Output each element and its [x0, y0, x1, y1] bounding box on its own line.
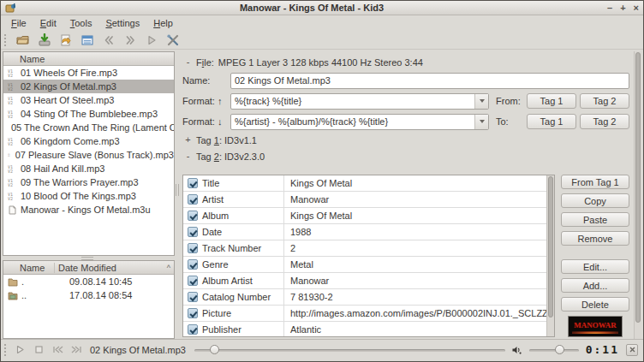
- settings-button[interactable]: [165, 33, 181, 48]
- table-row[interactable]: Date 1988: [183, 224, 554, 240]
- frame-value[interactable]: Metal: [284, 259, 554, 270]
- seek-slider-track[interactable]: [194, 349, 505, 352]
- menu-settings[interactable]: Settings: [98, 16, 146, 30]
- format-to-combobox[interactable]: %{artist} - %{album}/%{track} %{title}: [230, 114, 489, 130]
- seek-slider[interactable]: [194, 344, 505, 356]
- table-row[interactable]: Artist Manowar: [183, 192, 554, 208]
- table-row[interactable]: Catalog Number 7 81930-2: [183, 289, 554, 306]
- frame-checkbox[interactable]: [188, 211, 198, 221]
- close-button[interactable]: ×: [634, 3, 639, 14]
- chevron-down-icon[interactable]: [474, 94, 488, 109]
- create-playlist-button[interactable]: [80, 33, 95, 48]
- menu-file[interactable]: File: [4, 16, 33, 30]
- frame-value[interactable]: Atlantic: [284, 324, 554, 335]
- playlist-item[interactable]: Manowar - Kings Of Metal.m3u: [3, 203, 174, 217]
- filename-input[interactable]: [230, 73, 629, 89]
- toolbar-drag-handle[interactable]: [4, 34, 8, 46]
- file-item[interactable]: V1V2 06 Kingdom Come.mp3: [3, 134, 174, 148]
- dir-row[interactable]: .. 17.08.14 08:54: [3, 288, 174, 302]
- copy-button[interactable]: Copy: [561, 193, 629, 208]
- player-stop-button[interactable]: [32, 343, 45, 357]
- frame-checkbox[interactable]: [188, 308, 198, 318]
- remove-button[interactable]: Remove: [561, 231, 629, 246]
- frame-checkbox[interactable]: [188, 194, 198, 205]
- dir-header-date[interactable]: Date Modified ^: [55, 263, 174, 273]
- edit-button[interactable]: Edit...: [561, 259, 629, 274]
- right-panel-scrollbar[interactable]: [634, 51, 641, 339]
- table-row[interactable]: Track Number 2: [183, 240, 554, 257]
- table-row[interactable]: Album Artist Manowar: [183, 273, 554, 289]
- tag1-expander[interactable]: +: [184, 136, 192, 144]
- frame-value[interactable]: Manowar: [284, 194, 554, 205]
- paste-button[interactable]: Paste: [561, 212, 629, 227]
- file-item[interactable]: V1V2 01 Wheels Of Fire.mp3: [3, 66, 174, 80]
- file-item[interactable]: V1V2 09 The Warriors Prayer.mp3: [3, 175, 174, 189]
- open-folder-button[interactable]: [15, 33, 31, 48]
- volume-slider[interactable]: [529, 344, 579, 356]
- table-row[interactable]: Genre Metal: [183, 257, 554, 273]
- menu-tools[interactable]: Tools: [63, 16, 99, 30]
- format-from-combobox[interactable]: %{track} %{title}: [230, 93, 489, 110]
- volume-slider-track[interactable]: [529, 349, 579, 352]
- frame-value[interactable]: Kings Of Metal: [284, 178, 554, 188]
- frame-value[interactable]: Manowar: [284, 276, 554, 286]
- frame-value[interactable]: 2: [284, 243, 554, 253]
- file-item-selected[interactable]: V1V2 02 Kings Of Metal.mp3: [3, 80, 174, 93]
- menu-edit[interactable]: Edit: [33, 16, 63, 30]
- dir-header-name[interactable]: Name: [3, 263, 55, 273]
- delete-button[interactable]: Delete: [561, 297, 629, 312]
- table-scrollbar[interactable]: [546, 175, 554, 336]
- dir-row[interactable]: . 09.08.14 10:45: [3, 275, 174, 288]
- add-button[interactable]: Add...: [561, 278, 629, 293]
- from-tag2-button[interactable]: Tag 2: [580, 93, 629, 109]
- to-tag2-button[interactable]: Tag 2: [580, 114, 629, 129]
- file-item[interactable]: V1V2 03 Heart Of Steel.mp3: [3, 93, 174, 107]
- table-row[interactable]: Publisher Atlantic: [183, 322, 554, 337]
- from-tag1-button[interactable]: Tag 1: [527, 93, 576, 109]
- file-item[interactable]: V1V2 04 Sting Of The Bumblebee.mp3: [3, 107, 174, 121]
- frame-checkbox[interactable]: [188, 324, 198, 335]
- player-drag-handle[interactable]: [4, 344, 8, 356]
- table-row[interactable]: Album Kings Of Metal: [183, 208, 554, 224]
- tag2-expander[interactable]: -: [184, 152, 192, 160]
- frame-value[interactable]: Kings Of Metal: [284, 211, 554, 221]
- player-play-button[interactable]: [13, 343, 27, 357]
- file-item[interactable]: V1V2 10 Blood Of The Kings.mp3: [3, 189, 174, 203]
- vertical-splitter[interactable]: [175, 51, 179, 339]
- frame-value[interactable]: 7 81930-2: [284, 292, 554, 302]
- frame-checkbox[interactable]: [188, 276, 198, 286]
- player-previous-button[interactable]: [51, 343, 64, 357]
- from-tag1-frames-button[interactable]: From Tag 1: [561, 175, 629, 189]
- volume-slider-knob[interactable]: [555, 345, 564, 354]
- horizontal-splitter[interactable]: [3, 256, 175, 260]
- frame-checkbox[interactable]: [188, 259, 198, 270]
- frame-checkbox[interactable]: [188, 292, 198, 302]
- player-close-button[interactable]: [626, 344, 638, 356]
- frame-value[interactable]: http://images.amazon.com/images/P/B00000…: [284, 308, 554, 318]
- seek-slider-knob[interactable]: [210, 345, 219, 354]
- mute-button[interactable]: [510, 343, 524, 357]
- frame-checkbox[interactable]: [188, 178, 198, 188]
- table-scrollbar-thumb[interactable]: [548, 176, 553, 317]
- table-row[interactable]: Title Kings Of Metal: [183, 175, 554, 192]
- save-button[interactable]: [37, 33, 52, 48]
- file-item[interactable]: V1V2 08 Hail And Kill.mp3: [3, 162, 174, 175]
- file-item[interactable]: V1V2 05 The Crown And The Ring (Lament O…: [3, 121, 174, 134]
- chevron-down-icon[interactable]: [474, 115, 488, 129]
- frame-checkbox[interactable]: [188, 227, 198, 237]
- table-row[interactable]: Picture http://images.amazon.com/images/…: [183, 306, 554, 322]
- player-next-button[interactable]: [69, 343, 83, 357]
- right-panel-scrollbar-thumb[interactable]: [635, 52, 641, 323]
- frame-value[interactable]: 1988: [284, 227, 554, 237]
- previous-file-button[interactable]: [101, 33, 116, 48]
- file-expander[interactable]: -: [184, 58, 192, 66]
- play-button[interactable]: [144, 33, 159, 48]
- file-item[interactable]: V1V2 07 Pleasure Slave (Bonus Track).mp3: [3, 148, 174, 162]
- minimize-button[interactable]: –: [607, 3, 612, 14]
- revert-button[interactable]: [58, 33, 74, 48]
- file-list-header[interactable]: Name: [3, 52, 174, 66]
- frame-checkbox[interactable]: [188, 243, 198, 253]
- menu-help[interactable]: Help: [146, 16, 180, 30]
- to-tag1-button[interactable]: Tag 1: [527, 114, 576, 129]
- next-file-button[interactable]: [122, 33, 138, 48]
